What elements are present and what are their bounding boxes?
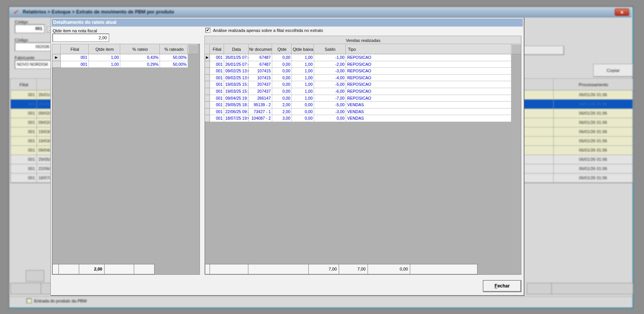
vendas-row[interactable]: 00109/02/25 13:021074150,001,00-4,00REPO…: [205, 75, 521, 82]
cell-qtde: 0,00: [272, 68, 292, 75]
vendas-row[interactable]: 00109/04/25 19:132661470,001,00-7,00REPO…: [205, 95, 521, 102]
codigo-filial-input[interactable]: 001: [15, 24, 45, 33]
row-selector-header: [205, 44, 210, 54]
cell-filial: 001: [11, 100, 37, 109]
vendas-grid-footer: 7,00 7,00 0,00: [205, 264, 478, 274]
cell-filial: 001: [210, 75, 224, 82]
vendas-row[interactable]: 00119/03/25 15:252074370,001,00-5,00REPO…: [205, 81, 521, 88]
analysis-checkbox[interactable]: ✔: [205, 28, 210, 33]
rateio-grid: Filial Qtde item % rateio % rateado ▶001…: [52, 44, 200, 275]
close-window-button[interactable]: ✖: [615, 8, 629, 16]
qtde-item-input[interactable]: 2,00: [52, 33, 109, 42]
cell-saldo: -4,00: [314, 75, 346, 82]
cell-filial: 001: [11, 90, 37, 100]
cell-processamento: 06/01/26 01:06: [554, 137, 633, 146]
bg-footer-cell: [26, 270, 44, 282]
cell-filial: 001: [61, 54, 89, 61]
row-selector-cell: [205, 95, 210, 102]
cell-processamento: 06/01/26 01:06: [554, 127, 633, 137]
row-selector-cell: [205, 102, 210, 109]
cell-filial: 001: [11, 118, 37, 127]
codigo-filial-label: Código: [15, 20, 28, 24]
footer-saldo-total: 0,00: [368, 264, 410, 274]
dialog-titlebar[interactable]: Detalhamento do rateio atual: [52, 18, 523, 27]
cell-filial: 001: [210, 68, 224, 75]
close-icon: ✖: [620, 10, 624, 15]
cell-filial: 001: [11, 137, 37, 146]
cell-saldo: -5,00: [314, 81, 346, 88]
vendas-group-header: Vendas realizadas: [205, 36, 521, 44]
col-header-qtde-baixa: Qtde baixa: [292, 44, 314, 54]
cell-data: 09/02/25 13:02: [224, 68, 249, 75]
cell-qtde-baixa: 1,00: [292, 68, 314, 75]
cell-tipo: REPOSICAO: [346, 61, 511, 68]
cell-qtde: 0,00: [272, 54, 292, 61]
cell-tipo: VENDAS: [346, 115, 511, 122]
rateio-grid-header: Filial Qtde item % rateio % rateado: [52, 44, 200, 54]
cell-data: 09/02/25 13:02: [224, 75, 249, 82]
rateio-row[interactable]: 0011,000,29%50,00%: [52, 61, 200, 68]
cell-qtde-item: 1,00: [89, 54, 120, 61]
cell-filial: 001: [11, 127, 37, 137]
vendas-row[interactable]: 00118/07/25 19:00104087 - 23,000,000,00V…: [205, 115, 521, 122]
field-fragment-box: [523, 46, 564, 55]
cell-rateio: 0,43%: [120, 54, 160, 61]
cell-rateado: 50,00%: [160, 54, 188, 61]
vendas-row[interactable]: 00119/03/25 15:252074370,001,00-6,00REPO…: [205, 88, 521, 95]
col-header-rateado: % rateado: [160, 44, 188, 54]
row-selector-cell: [205, 115, 210, 122]
footer-cell: [105, 264, 134, 274]
cell-nr-documento: 107415: [249, 68, 272, 75]
footer-cell: [248, 264, 309, 274]
row-selector-cell: [205, 61, 210, 68]
vendas-row[interactable]: 00126/01/25 07:45674870,001,00-2,00REPOS…: [205, 61, 521, 68]
col-header-data: Data: [224, 44, 249, 54]
col-header-saldo: Saldo: [314, 44, 346, 54]
fechar-hotkey: F: [494, 283, 497, 289]
app-logo-icon: ✔: [13, 8, 20, 16]
row-selector-cell: [205, 109, 210, 115]
cell-qtde-baixa: 0,00: [292, 115, 314, 122]
col-header-qtde: Qtde: [272, 44, 292, 54]
cell-filial: 001: [11, 164, 37, 174]
vendas-row[interactable]: 00109/02/25 13:021074150,001,00-3,00REPO…: [205, 68, 521, 75]
analysis-checkbox-label: Análise realizada apenas sobre a filial …: [213, 28, 323, 33]
cell-qtde-baixa: 0,00: [292, 109, 314, 115]
row-selector-header: [52, 44, 61, 54]
vendas-row[interactable]: ▶00126/01/25 07:45674870,001,00-1,00REPO…: [205, 54, 521, 61]
row-selector-cell: [205, 81, 210, 88]
vendas-row[interactable]: 00129/05/25 18:2295139 - 22,000,00-5,00V…: [205, 102, 521, 109]
vendas-row[interactable]: 00122/06/25 09:3973427 - 12,000,00-3,00V…: [205, 109, 521, 115]
dialog-title: Detalhamento do rateio atual: [53, 18, 523, 26]
cell-saldo: 0,00: [314, 115, 346, 122]
cell-filial: 001: [210, 61, 224, 68]
main-window-titlebar[interactable]: ✔ Relatórios > Estoque > Extrato de movi…: [10, 7, 631, 17]
cell-rateio: 0,29%: [120, 61, 160, 68]
footer-cell: [410, 264, 478, 274]
fechar-label: echar: [498, 283, 510, 289]
cell-processamento: 06/01/26 01:06: [554, 109, 633, 118]
cell-filial: 001: [210, 109, 224, 115]
qtde-item-label: Qtde item na nota fiscal: [53, 28, 97, 33]
cell-qtde-baixa: 1,00: [292, 61, 314, 68]
rateio-row[interactable]: ▶0011,000,43%50,00%: [52, 54, 200, 61]
cell-saldo: -7,00: [314, 95, 346, 102]
copiar-button[interactable]: Copiar: [593, 64, 633, 77]
cell-qtde-baixa: 0,00: [292, 102, 314, 109]
vendas-grid: Vendas realizadas Filial Data Nr documen…: [205, 36, 521, 275]
cell-filial: 001: [210, 102, 224, 109]
cell-processamento: 06/01/26 01:06: [554, 146, 633, 155]
col-header-tipo: Tipo: [346, 44, 511, 54]
cell-data: 18/07/25 19:00: [224, 115, 249, 122]
cell-tipo: REPOSICAO: [346, 81, 511, 88]
cell-saldo: -5,00: [314, 102, 346, 109]
cell-qtde-baixa: 1,00: [292, 88, 314, 95]
cell-filial: 001: [210, 81, 224, 88]
col-header-qtde-item: Qtde item: [89, 44, 120, 54]
row-selector-cell: [205, 88, 210, 95]
cell-processamento: 06/01/26 01:06: [554, 100, 633, 109]
entrada-pbm-checkbox[interactable]: [27, 298, 32, 303]
cell-nr-documento: 67487: [249, 54, 272, 61]
row-selector-cell: [205, 75, 210, 82]
fechar-button[interactable]: Fechar: [483, 280, 521, 292]
